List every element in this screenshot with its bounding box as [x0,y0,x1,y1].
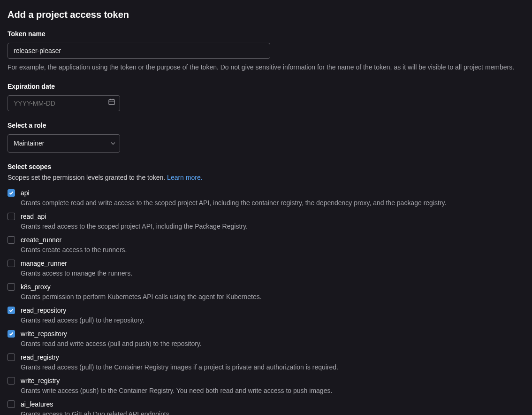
scope-name: read_repository [21,306,524,315]
scope-item-create_runner: create_runnerGrants create access to the… [8,235,524,255]
scope-checkbox-manage_runner[interactable] [8,260,15,267]
page-title: Add a project access token [8,8,524,22]
scope-description: Grants write access (push) to the Contai… [21,386,524,396]
scope-item-api: apiGrants complete read and write access… [8,188,524,208]
expiration-input[interactable] [8,95,120,111]
scope-description: Grants read access (pull) to the reposit… [21,315,524,325]
role-label: Select a role [8,121,524,131]
scope-item-read_api: read_apiGrants read access to the scoped… [8,212,524,231]
scope-checkbox-ai_features[interactable] [8,400,15,408]
scope-description: Grants complete read and write access to… [21,198,524,208]
scope-checkbox-create_runner[interactable] [8,236,15,244]
scope-item-write_repository: write_repositoryGrants read and write ac… [8,329,524,349]
scope-name: write_registry [21,376,524,386]
scope-name: api [21,188,524,198]
scope-checkbox-read_registry[interactable] [8,354,15,361]
scopes-description: Scopes set the permission levels granted… [8,173,524,183]
scope-item-k8s_proxy: k8s_proxyGrants permission to perform Ku… [8,282,524,302]
scope-name: manage_runner [21,259,524,269]
scope-item-read_repository: read_repositoryGrants read access (pull)… [8,306,524,325]
scope-checkbox-k8s_proxy[interactable] [8,283,15,291]
scope-checkbox-read_api[interactable] [8,213,15,220]
learn-more-link[interactable]: Learn more. [167,174,202,181]
scope-description: Grants permission to perform Kubernetes … [21,292,524,302]
token-name-help: For example, the application using the t… [8,62,524,72]
scope-name: ai_features [21,400,524,409]
scope-item-read_registry: read_registryGrants read access (pull) t… [8,353,524,372]
scope-checkbox-write_repository[interactable] [8,330,15,338]
token-name-input[interactable] [8,43,270,59]
scope-name: read_api [21,212,524,222]
scope-description: Grants read and write access (pull and p… [21,339,524,349]
scope-description: Grants access to manage the runners. [21,269,524,278]
scopes-label: Select scopes [8,162,524,172]
scope-description: Grants read access to the scoped project… [21,222,524,231]
expiration-label: Expiration date [8,82,524,92]
scope-name: write_repository [21,329,524,339]
scope-name: k8s_proxy [21,282,524,292]
scope-name: read_registry [21,353,524,362]
scope-description: Grants access to GitLab Duo related API … [21,409,524,415]
scope-item-ai_features: ai_featuresGrants access to GitLab Duo r… [8,400,524,415]
token-name-label: Token name [8,29,524,39]
scope-checkbox-api[interactable] [8,189,15,197]
role-select[interactable]: Maintainer [8,134,120,153]
scope-checkbox-write_registry[interactable] [8,377,15,384]
scope-description: Grants create access to the runners. [21,245,524,255]
scope-item-write_registry: write_registryGrants write access (push)… [8,376,524,396]
scope-description: Grants read access (pull) to the Contain… [21,362,524,372]
scope-item-manage_runner: manage_runnerGrants access to manage the… [8,259,524,278]
scope-name: create_runner [21,235,524,245]
scope-checkbox-read_repository[interactable] [8,307,15,314]
